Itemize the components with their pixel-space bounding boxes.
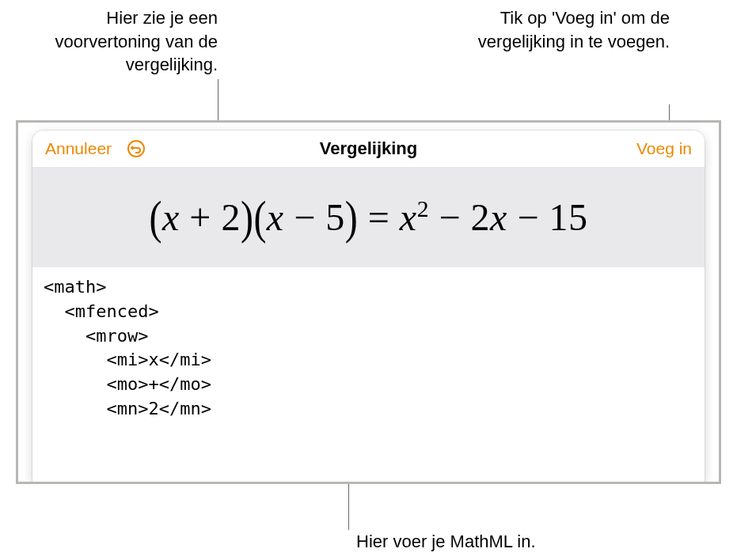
callout-preview: Hier zie je een voorvertoning van de ver… [16,6,218,77]
mathml-input[interactable]: <math> <mfenced> <mrow> <mi>x</mi> <mo>+… [32,267,705,426]
callout-insert: Tik op 'Voeg in' om de vergelijking in t… [476,6,670,53]
equation-preview-area: (x + 2)(x − 5) = x2 − 2x − 15 [32,167,705,267]
insert-button[interactable]: Voeg in [636,139,692,157]
cancel-button[interactable]: Annuleer [45,139,112,158]
device-frame: Annuleer Vergelijking Voeg in (x + 2)(x … [16,120,721,484]
equation-dialog: Annuleer Vergelijking Voeg in (x + 2)(x … [32,131,705,482]
equation-preview: (x + 2)(x − 5) = x2 − 2x − 15 [150,196,588,238]
undo-icon[interactable] [126,138,146,159]
callout-mathml: Hier voer je MathML in. [356,532,536,552]
dialog-nav-bar: Annuleer Vergelijking Voeg in [32,131,705,167]
